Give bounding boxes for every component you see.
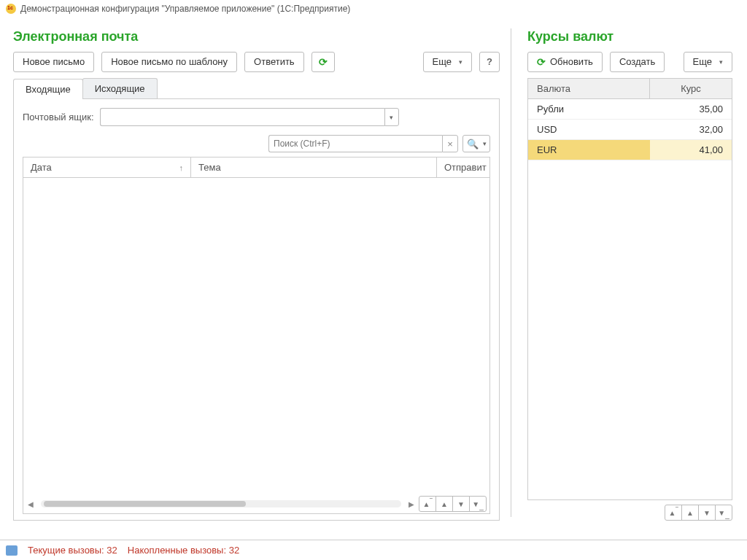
email-tabs: Входящие Исходящие (13, 78, 500, 99)
chevron-down-icon: ▾ (483, 140, 487, 147)
rates-title: Курсы валют (527, 29, 732, 44)
rates-refresh-button[interactable]: ⟳Обновить (527, 52, 603, 72)
nav-down-button[interactable]: ▼ (698, 505, 716, 521)
table-row[interactable]: Рубли35,00 (528, 99, 732, 120)
tab-inbox[interactable]: Входящие (13, 79, 83, 99)
scroll-left-icon[interactable]: ◀ (26, 500, 35, 508)
refresh-button[interactable]: ⟳ (311, 52, 335, 72)
chevron-down-icon: ▾ (390, 114, 393, 121)
rates-nav-buttons: ▲‾ ▲ ▼ ▼_ (665, 505, 732, 521)
cell-currency: Рубли (528, 99, 650, 119)
col-sender[interactable]: Отправит (437, 158, 489, 177)
titlebar: Демонстрационная конфигурация "Управляем… (0, 0, 747, 18)
more-button[interactable]: Еще▾ (423, 52, 472, 72)
question-icon: ? (487, 56, 492, 68)
window-title: Демонстрационная конфигурация "Управляем… (20, 4, 350, 14)
status-icon (6, 545, 18, 556)
nav-last-button[interactable]: ▼_ (715, 505, 732, 521)
inbox-panel: Почтовый ящик: ▾ × 🔍 ▾ (13, 99, 500, 521)
nav-up-button[interactable]: ▲ (436, 496, 453, 512)
grid-footer: ◀ ▶ ▲‾ ▲ ▼ ▼_ (23, 494, 490, 514)
hscrollbar[interactable] (41, 500, 401, 508)
search-input[interactable] (268, 135, 442, 152)
cell-rate: 32,00 (650, 120, 732, 139)
email-grid: Дата ↑ Тема Отправит (23, 157, 490, 494)
table-row[interactable]: EUR41,00 (528, 140, 732, 160)
hscrollbar-thumb[interactable] (44, 501, 246, 507)
grid-body[interactable] (23, 178, 489, 494)
rates-grid-body[interactable]: Рубли35,00USD32,00EUR41,00 (528, 99, 732, 499)
scroll-right-icon[interactable]: ▶ (407, 500, 416, 508)
reply-button[interactable]: Ответить (244, 52, 304, 72)
table-row[interactable]: USD32,00 (528, 120, 732, 140)
tab-outbox[interactable]: Исходящие (82, 78, 158, 98)
mailbox-input[interactable] (100, 108, 384, 126)
app-icon (6, 4, 16, 14)
help-button[interactable]: ? (479, 52, 500, 72)
email-pane: Электронная почта Новое письмо Новое пис… (0, 18, 511, 528)
new-mail-button[interactable]: Новое письмо (13, 52, 94, 72)
rates-toolbar: ⟳Обновить Создать Еще▾ (527, 52, 732, 72)
cell-currency: EUR (528, 140, 650, 160)
mailbox-label: Почтовый ящик: (23, 112, 94, 122)
sort-asc-icon: ↑ (179, 163, 184, 172)
grid-header: Дата ↑ Тема Отправит (23, 158, 489, 178)
cell-rate: 35,00 (650, 99, 732, 119)
nav-buttons: ▲‾ ▲ ▼ ▼_ (419, 496, 487, 512)
search-button[interactable]: 🔍 ▾ (462, 135, 490, 152)
col-rate[interactable]: Курс (650, 79, 732, 98)
email-toolbar: Новое письмо Новое письмо по шаблону Отв… (13, 52, 500, 72)
rates-pane: Курсы валют ⟳Обновить Создать Еще▾ Валют… (511, 18, 747, 528)
rates-grid-header: Валюта Курс (528, 79, 732, 99)
close-icon: × (447, 139, 453, 149)
refresh-icon: ⟳ (537, 56, 546, 68)
mailbox-dropdown-button[interactable]: ▾ (384, 108, 399, 126)
nav-first-button[interactable]: ▲‾ (665, 505, 682, 521)
chevron-down-icon: ▾ (459, 56, 462, 68)
status-current: Текущие вызовы: 32 (28, 545, 117, 556)
rates-create-button[interactable]: Создать (610, 52, 665, 72)
search-icon: 🔍 (467, 139, 479, 149)
rates-grid: Валюта Курс Рубли35,00USD32,00EUR41,00 (527, 78, 732, 500)
search-clear-button[interactable]: × (442, 135, 458, 152)
nav-last-button[interactable]: ▼_ (469, 496, 487, 512)
statusbar: Текущие вызовы: 32 Накопленные вызовы: 3… (0, 540, 747, 560)
cell-rate: 41,00 (650, 140, 732, 160)
refresh-icon: ⟳ (319, 56, 328, 68)
mailbox-combo[interactable]: ▾ (100, 108, 399, 126)
email-title: Электронная почта (13, 29, 500, 44)
col-date[interactable]: Дата ↑ (23, 158, 191, 177)
rates-more-button[interactable]: Еще▾ (684, 52, 732, 72)
col-subject[interactable]: Тема (191, 158, 437, 177)
chevron-down-icon: ▾ (719, 56, 723, 68)
col-currency[interactable]: Валюта (528, 79, 650, 98)
search-box: × (268, 135, 458, 152)
nav-up-button[interactable]: ▲ (681, 505, 699, 521)
new-mail-template-button[interactable]: Новое письмо по шаблону (101, 52, 237, 72)
status-accum: Накопленные вызовы: 32 (128, 545, 239, 556)
cell-currency: USD (528, 120, 650, 139)
nav-down-button[interactable]: ▼ (452, 496, 470, 512)
nav-first-button[interactable]: ▲‾ (419, 496, 436, 512)
